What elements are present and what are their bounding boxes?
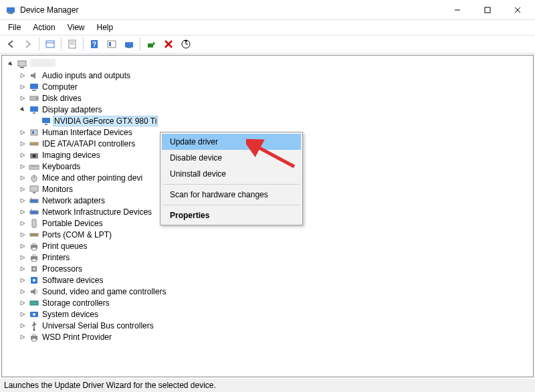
display-icon: [29, 104, 39, 115]
hid-icon: [29, 127, 39, 138]
tree-item-label: NVIDIA GeForce GTX 980 Ti: [53, 116, 158, 126]
tree-item[interactable]: Processors: [2, 263, 533, 274]
chevron-icon[interactable]: [18, 94, 27, 103]
tree-item[interactable]: Display adapters: [2, 104, 533, 115]
svg-point-64: [33, 313, 35, 316]
chevron-icon[interactable]: [18, 82, 27, 92]
tree-item-label: Human Interface Devices: [41, 128, 134, 137]
context-separator: [163, 205, 300, 205]
menu-help[interactable]: Help: [92, 21, 119, 33]
maximize-button[interactable]: [472, 1, 502, 19]
system-icon: [29, 309, 39, 320]
chevron-icon[interactable]: [18, 298, 27, 308]
action-center-button[interactable]: [104, 37, 120, 52]
chevron-icon[interactable]: [18, 264, 27, 274]
enable-device-button[interactable]: [143, 37, 159, 52]
storage-icon: [29, 298, 39, 308]
tree-item-label: Mice and other pointing devi: [41, 173, 144, 183]
properties-button[interactable]: [64, 37, 80, 52]
svg-rect-68: [32, 338, 36, 341]
forward-button[interactable]: [20, 37, 36, 52]
chevron-icon[interactable]: [18, 128, 27, 137]
scan-hardware-button[interactable]: [121, 37, 137, 52]
back-button[interactable]: [3, 37, 19, 52]
chevron-icon[interactable]: [18, 241, 27, 251]
tree-root[interactable]: [2, 58, 533, 70]
minimize-button[interactable]: [442, 1, 472, 19]
svg-rect-34: [30, 142, 38, 145]
context-properties[interactable]: Properties: [162, 207, 301, 223]
chevron-icon[interactable]: [18, 196, 27, 205]
context-separator: [163, 184, 300, 185]
svg-rect-57: [32, 259, 36, 262]
window-title: Device Manager: [20, 5, 442, 15]
chevron-icon[interactable]: [18, 151, 27, 160]
context-scan-hardware[interactable]: Scan for hardware changes: [162, 187, 301, 203]
tree-item[interactable]: System devices: [2, 308, 533, 320]
svg-rect-4: [485, 7, 490, 13]
tree-item-label: Print queues: [41, 241, 88, 251]
tree-item[interactable]: Storage controllers: [2, 297, 533, 308]
chevron-icon[interactable]: [18, 105, 27, 114]
svg-rect-41: [30, 186, 38, 191]
tree-item-label: Network adapters: [41, 196, 106, 205]
uninstall-device-button[interactable]: [160, 37, 177, 52]
context-uninstall-device[interactable]: Uninstall device: [162, 166, 301, 182]
svg-rect-43: [30, 199, 38, 203]
chevron-icon[interactable]: [18, 276, 27, 285]
tree-child-item[interactable]: NVIDIA GeForce GTX 980 Ti: [2, 115, 533, 126]
tree-item[interactable]: Universal Serial Bus controllers: [2, 320, 533, 331]
svg-rect-56: [32, 254, 36, 256]
ide-icon: [29, 138, 39, 149]
tree-item-label: Imaging devices: [41, 151, 102, 160]
menu-view[interactable]: View: [62, 21, 90, 33]
toolbar-separator: [140, 37, 140, 51]
help-button[interactable]: ?: [86, 37, 102, 52]
chevron-icon[interactable]: [18, 139, 27, 149]
svg-rect-62: [30, 301, 38, 305]
chevron-icon[interactable]: [18, 173, 27, 183]
tree-item-label: Universal Serial Bus controllers: [41, 321, 155, 330]
update-driver-button[interactable]: [178, 37, 194, 52]
tree-item[interactable]: Ports (COM & LPT): [2, 229, 533, 240]
tree-item[interactable]: Software devices: [2, 274, 533, 286]
show-hide-console-button[interactable]: [42, 37, 58, 52]
chevron-icon[interactable]: [18, 321, 27, 330]
svg-rect-29: [33, 112, 35, 114]
chevron-icon[interactable]: [18, 310, 27, 319]
svg-point-61: [33, 279, 35, 282]
tree-item[interactable]: Disk drives: [2, 92, 533, 104]
chevron-down-icon[interactable]: [6, 60, 15, 69]
svg-rect-54: [32, 248, 36, 250]
tree-item[interactable]: Audio inputs and outputs: [2, 70, 533, 81]
close-button[interactable]: [502, 1, 532, 19]
svg-rect-1: [9, 13, 13, 13]
menu-action[interactable]: Action: [27, 21, 60, 33]
tree-item[interactable]: Print queues: [2, 240, 533, 252]
tree-item[interactable]: WSD Print Provider: [2, 331, 533, 342]
tree-item[interactable]: Computer: [2, 81, 533, 92]
chevron-icon[interactable]: [18, 332, 27, 342]
chevron-icon[interactable]: [18, 185, 27, 194]
tree-item[interactable]: Sound, video and game controllers: [2, 286, 533, 297]
svg-rect-24: [30, 84, 38, 89]
chevron-icon[interactable]: [18, 219, 27, 228]
chevron-icon[interactable]: [18, 230, 27, 239]
svg-rect-17: [127, 47, 131, 48]
computer-icon: [17, 59, 27, 70]
context-update-driver[interactable]: Update driver: [162, 134, 301, 150]
chevron-icon[interactable]: [18, 253, 27, 262]
context-disable-device[interactable]: Disable device: [162, 150, 301, 166]
chevron-icon[interactable]: [18, 287, 27, 296]
svg-rect-18: [148, 43, 153, 47]
keyboard-icon: [29, 161, 39, 172]
svg-point-49: [31, 234, 33, 235]
menu-file[interactable]: File: [3, 21, 26, 33]
chevron-icon[interactable]: [18, 207, 27, 217]
svg-rect-42: [33, 192, 35, 193]
tree-item-label: Sound, video and game controllers: [41, 287, 167, 296]
chevron-icon[interactable]: [18, 71, 27, 80]
svg-rect-7: [46, 41, 54, 47]
chevron-icon[interactable]: [18, 162, 27, 171]
tree-item[interactable]: Printers: [2, 252, 533, 263]
